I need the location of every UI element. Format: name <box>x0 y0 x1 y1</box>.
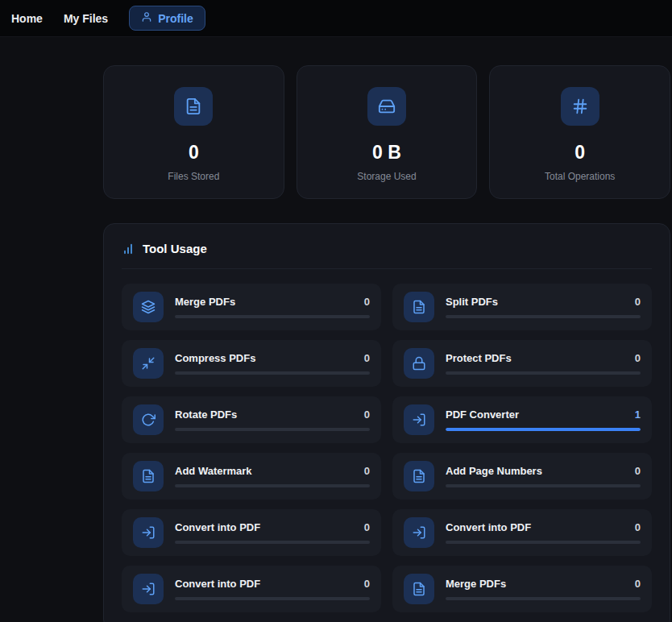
tool-usage-item: Compress PDFs 0 <box>122 340 381 387</box>
tool-progress-track <box>446 428 641 431</box>
tool-count: 0 <box>635 521 641 533</box>
bar-chart-icon <box>122 243 135 255</box>
tool-progress-track <box>175 484 370 487</box>
tool-label: Convert into PDF <box>446 521 531 533</box>
nav-item-home[interactable]: Home <box>11 12 43 25</box>
tool-usage-item: Rotate PDFs 0 <box>122 396 381 443</box>
stat-card-files-stored: 0 Files Stored <box>103 65 284 199</box>
tool-label: Protect PDFs <box>446 352 512 364</box>
tool-count: 0 <box>364 578 370 590</box>
tool-usage-header: Tool Usage <box>122 242 652 269</box>
tool-usage-item: Convert into PDF 0 <box>392 509 652 556</box>
tool-count: 0 <box>635 465 641 477</box>
tool-count: 0 <box>364 352 370 364</box>
tool-usage-card: Tool Usage Merge PDFs 0 Split PDFs 0 <box>103 223 670 622</box>
files-stored-label: Files Stored <box>168 171 219 182</box>
minimize-icon <box>133 348 164 379</box>
nav-item-profile[interactable]: Profile <box>129 6 205 31</box>
storage-used-value: 0 B <box>372 142 401 164</box>
tool-count: 0 <box>635 578 641 590</box>
tool-count: 0 <box>364 521 370 533</box>
rotate-cw-icon <box>133 404 164 435</box>
tool-progress-track <box>175 541 370 544</box>
hash-icon <box>561 87 599 126</box>
stat-card-storage-used: 0 B Storage Used <box>297 65 478 199</box>
file-text-icon <box>404 461 434 491</box>
tool-count: 0 <box>364 296 370 308</box>
navbar: Home My Files Profile <box>0 0 672 37</box>
total-operations-label: Total Operations <box>545 171 615 182</box>
tool-usage-item: Add Page Numbers 0 <box>392 453 652 500</box>
nav-item-my-files[interactable]: My Files <box>64 12 108 25</box>
import-icon <box>133 574 164 604</box>
tool-label: Convert into PDF <box>175 521 260 533</box>
total-operations-value: 0 <box>575 142 585 164</box>
files-stored-value: 0 <box>189 142 199 164</box>
main-content: 0 Files Stored 0 B Storage Used 0 Total … <box>0 37 672 622</box>
import-icon <box>404 517 434 548</box>
hard-drive-icon <box>367 87 406 126</box>
file-text-icon <box>133 461 164 491</box>
tool-progress-track <box>446 541 641 544</box>
tool-usage-item: Split PDFs 0 <box>392 284 652 330</box>
tool-progress-track <box>175 597 370 600</box>
tool-count: 0 <box>635 352 641 364</box>
import-icon <box>133 517 164 548</box>
tool-progress-track <box>446 315 641 318</box>
tool-usage-item: PDF Converter 1 <box>392 396 652 443</box>
storage-used-label: Storage Used <box>357 171 416 182</box>
tool-label: Merge PDFs <box>446 578 506 590</box>
stats-row: 0 Files Stored 0 B Storage Used 0 Total … <box>103 65 670 199</box>
file-text-icon <box>404 574 434 604</box>
layers-icon <box>133 292 164 322</box>
tool-progress-fill <box>446 428 641 431</box>
stat-card-total-operations: 0 Total Operations <box>489 65 670 199</box>
tool-count: 0 <box>364 465 370 477</box>
tool-usage-item: Convert into PDF 0 <box>122 566 381 612</box>
tool-label: Split PDFs <box>446 296 498 308</box>
tool-usage-item: Merge PDFs 0 <box>122 284 381 330</box>
file-text-icon <box>174 87 213 126</box>
tool-usage-grid: Merge PDFs 0 Split PDFs 0 Compress PDFs … <box>122 284 652 612</box>
tool-label: Convert into PDF <box>175 578 260 590</box>
tool-label: Rotate PDFs <box>175 408 237 421</box>
user-icon <box>141 11 152 25</box>
tool-progress-track <box>446 597 641 600</box>
tool-count: 1 <box>635 408 641 421</box>
tool-progress-track <box>175 371 370 375</box>
lock-icon <box>404 348 434 379</box>
tool-progress-track <box>175 315 370 318</box>
tool-progress-track <box>446 371 641 375</box>
tool-usage-item: Protect PDFs 0 <box>392 340 652 387</box>
import-icon <box>404 404 434 435</box>
tool-usage-title: Tool Usage <box>143 242 207 255</box>
tool-progress-track <box>446 484 641 487</box>
tool-label: Add Watermark <box>175 465 252 477</box>
tool-usage-item: Merge PDFs 0 <box>392 566 652 612</box>
tool-label: Compress PDFs <box>175 352 255 364</box>
tool-label: PDF Converter <box>446 408 519 421</box>
nav-profile-label: Profile <box>158 12 193 25</box>
tool-count: 0 <box>364 408 370 421</box>
tool-usage-item: Add Watermark 0 <box>122 453 381 500</box>
tool-label: Merge PDFs <box>175 296 235 308</box>
tool-usage-item: Convert into PDF 0 <box>122 509 381 556</box>
tool-count: 0 <box>635 296 641 308</box>
tool-label: Add Page Numbers <box>446 465 542 477</box>
file-text-icon <box>404 292 434 322</box>
tool-progress-track <box>175 428 370 431</box>
